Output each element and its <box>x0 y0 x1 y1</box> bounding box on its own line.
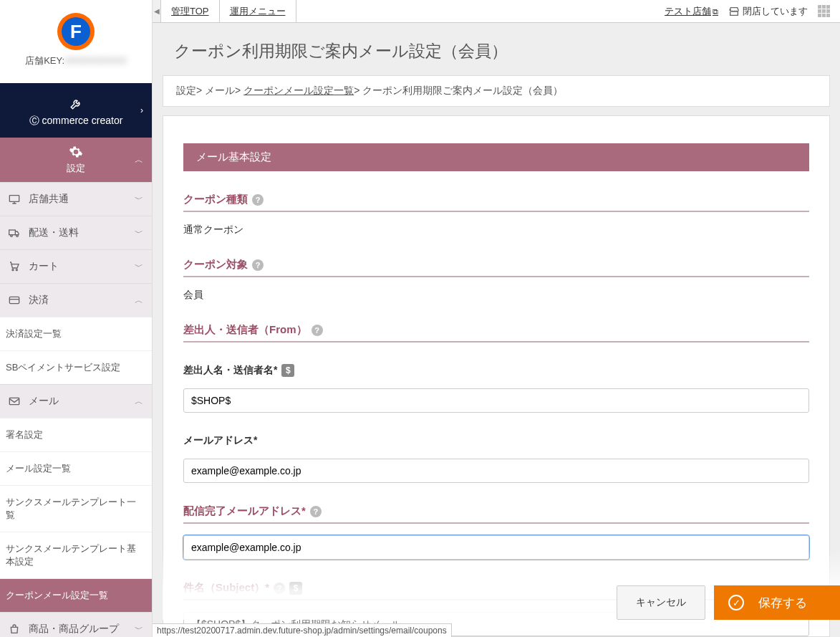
help-icon[interactable]: ? <box>312 325 323 336</box>
card-icon <box>9 294 23 306</box>
svg-rect-0 <box>9 196 19 202</box>
svg-point-3 <box>16 235 19 237</box>
tab-operation-menu[interactable]: 運用メニュー <box>220 0 296 22</box>
label-from: 差出人・送信者（From） ? <box>183 323 809 343</box>
nav-sub-mail-list[interactable]: メール設定一覧 <box>0 451 152 485</box>
chevron-down-icon: ﹀ <box>135 193 143 206</box>
help-icon[interactable]: ? <box>252 194 264 206</box>
nav-sub-thanks-template-basic[interactable]: サンクスメールテンプレート基本設定 <box>0 532 152 578</box>
breadcrumb-link-coupon-list[interactable]: クーポンメール設定一覧 <box>243 85 354 96</box>
cart-icon <box>9 261 23 272</box>
chevron-up-icon: ︿ <box>135 294 143 307</box>
status-bar-url: https://test20200717.admin.dev.future-sh… <box>153 623 452 637</box>
section-mail-basic: メール基本設定 <box>183 143 809 171</box>
input-sender-name[interactable] <box>183 388 809 413</box>
nav-sub-payment-list[interactable]: 決済設定一覧 <box>0 317 152 350</box>
label-sender-name: 差出人名・送信者名* $ <box>183 364 809 381</box>
check-icon: ✓ <box>728 595 744 610</box>
mail-icon <box>9 396 23 407</box>
help-icon[interactable]: ? <box>310 506 322 517</box>
tab-admin-top[interactable]: 管理TOP <box>161 0 220 22</box>
commerce-creator-menu[interactable]: Ⓒ commerce creator › <box>0 83 152 138</box>
link-test-store[interactable]: テスト店舗⧉ <box>665 5 718 18</box>
chevron-down-icon: ﹀ <box>135 227 143 239</box>
svg-point-2 <box>11 235 13 237</box>
bag-icon <box>9 623 23 635</box>
page-title: クーポン利用期限ご案内メール設定（会員） <box>174 40 823 62</box>
variable-badge-icon[interactable]: $ <box>281 364 294 377</box>
apps-grid-icon[interactable] <box>818 5 830 17</box>
nav-payment[interactable]: 決済 ︿ <box>0 283 152 317</box>
nav-sub-thanks-template-list[interactable]: サンクスメールテンプレート一覧 <box>0 485 152 532</box>
nav-shipping[interactable]: 配送・送料 ﹀ <box>0 216 152 249</box>
settings-menu[interactable]: 設定 ︿ <box>0 138 152 182</box>
chevron-up-icon: ︿ <box>135 154 143 166</box>
label-email: メールアドレス* <box>183 434 809 451</box>
label-coupon-target: クーポン対象 ? <box>183 258 809 277</box>
value-coupon-target: 会員 <box>183 277 809 302</box>
label-delivery-complete-email: 配信完了メールアドレス* ? <box>183 504 809 524</box>
cancel-button[interactable]: キャンセル <box>617 585 705 620</box>
main: ◀ 管理TOP 運用メニュー テスト店舗⧉ 閉店しています クーポン利用期限ご案… <box>153 0 840 637</box>
breadcrumb: 設定> メール> クーポンメール設定一覧> クーポン利用期限ご案内メール設定（会… <box>163 75 830 107</box>
storefront-icon <box>728 6 740 17</box>
logo: F <box>57 13 95 50</box>
chevron-down-icon: ﹀ <box>135 261 143 273</box>
nav-sub-signature[interactable]: 署名設定 <box>0 418 152 451</box>
chevron-up-icon: ︿ <box>135 396 143 408</box>
wrench-icon <box>69 97 82 110</box>
svg-point-5 <box>16 269 17 271</box>
logo-area: F 店舗KEY:XXXXXXXXXX <box>0 0 152 83</box>
svg-point-4 <box>12 269 14 271</box>
svg-rect-6 <box>9 297 19 303</box>
svg-rect-7 <box>9 398 19 404</box>
store-status: 閉店しています <box>728 5 808 18</box>
nav-sub-sb-payment[interactable]: SBペイメントサービス設定 <box>0 350 152 384</box>
topbar-scroll-left[interactable]: ◀ <box>153 0 161 22</box>
external-link-icon: ⧉ <box>713 7 718 16</box>
nav-sub-coupon-mail-list[interactable]: クーポンメール設定一覧 <box>0 578 152 612</box>
input-email[interactable] <box>183 459 809 483</box>
help-icon[interactable]: ? <box>252 259 264 271</box>
logo-letter: F <box>62 17 90 46</box>
nav-store-common[interactable]: 店舗共通 ﹀ <box>0 182 152 216</box>
truck-icon <box>9 227 23 239</box>
value-coupon-type: 通常クーポン <box>183 212 809 236</box>
nav-cart[interactable]: カート ﹀ <box>0 249 152 283</box>
save-button[interactable]: ✓ 保存する <box>714 585 840 620</box>
gear-icon <box>69 145 83 159</box>
nav-mail[interactable]: メール ︿ <box>0 384 152 418</box>
nav-product-group[interactable]: 商品・商品グループ ﹀ <box>0 612 152 637</box>
input-delivery-complete-email[interactable] <box>183 535 809 560</box>
content-area: メール基本設定 クーポン種類 ? 通常クーポン クーポン対象 ? 会員 差出人・… <box>163 115 830 637</box>
monitor-icon <box>9 193 23 205</box>
page-header: クーポン利用期限ご案内メール設定（会員） <box>153 23 840 75</box>
label-coupon-type: クーポン種類 ? <box>183 193 809 212</box>
chevron-down-icon: ﹀ <box>135 623 143 636</box>
help-icon[interactable]: ? <box>274 583 285 594</box>
chevron-right-icon: › <box>140 105 143 115</box>
sidebar: F 店舗KEY:XXXXXXXXXX Ⓒ commerce creator › … <box>0 0 153 637</box>
store-key: 店舗KEY:XXXXXXXXXX <box>0 50 152 77</box>
topbar: ◀ 管理TOP 運用メニュー テスト店舗⧉ 閉店しています <box>153 0 840 23</box>
footer-actions: キャンセル ✓ 保存する <box>617 585 840 620</box>
svg-rect-1 <box>9 230 16 235</box>
variable-badge-icon[interactable]: $ <box>289 582 302 595</box>
